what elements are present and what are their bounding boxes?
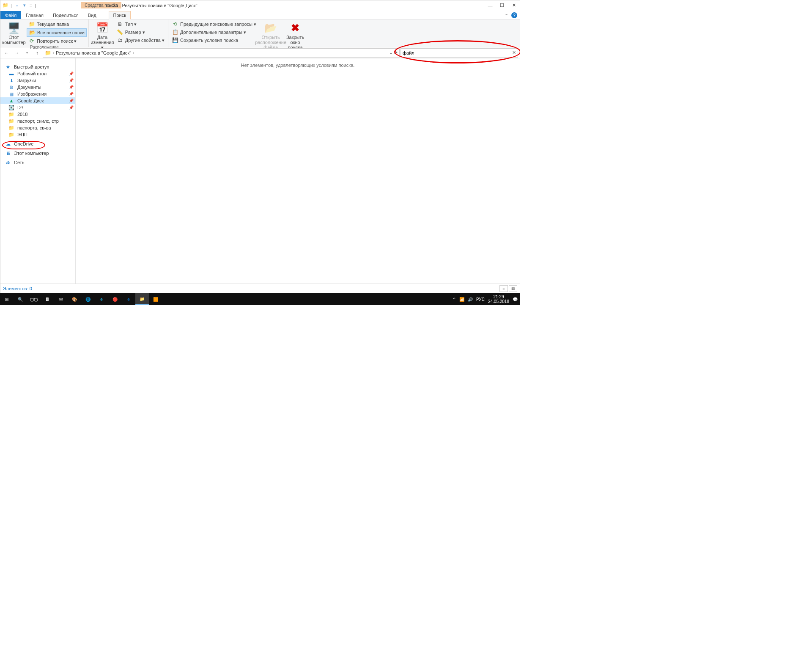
refresh-icon[interactable]: ⟳	[394, 50, 398, 55]
pin-icon: 📌	[69, 92, 74, 96]
language-indicator[interactable]: РУС	[476, 297, 485, 302]
star-icon: ★	[5, 64, 11, 70]
tab-home[interactable]: Главная	[21, 11, 48, 19]
pin-icon: 📌	[69, 72, 74, 76]
qat-newfolder-icon[interactable]: ▾	[21, 2, 28, 9]
qat-properties-icon[interactable]: ▫	[14, 2, 20, 9]
sidebar-ecp[interactable]: 📁 ЭЦП	[0, 131, 75, 138]
start-button[interactable]: ⊞	[0, 293, 14, 305]
sidebar-google-drive[interactable]: ▲ Google Диск📌	[0, 97, 75, 104]
explorer-window: 📁 | ▫ ▾ = | Средства поиска файл - Резул…	[0, 0, 520, 293]
paint-app[interactable]: 🎨	[68, 293, 81, 305]
show-hidden-icons[interactable]: ⌃	[453, 297, 456, 302]
sidebar-onedrive[interactable]: ☁ OneDrive	[0, 140, 75, 147]
maximize-button[interactable]: ☐	[496, 1, 508, 10]
content-area: Нет элементов, удовлетворяющих условиям …	[76, 58, 520, 284]
ruler-icon: 📏	[117, 29, 123, 36]
clock[interactable]: 21:29 24.05.2018	[488, 295, 509, 304]
sidebar-passport2[interactable]: 📁 паспорта, св-ва	[0, 124, 75, 131]
breadcrumb-item[interactable]: Результаты поиска в "Google Диск"	[56, 50, 131, 55]
empty-results-text: Нет элементов, удовлетворяющих условиям …	[241, 63, 355, 284]
current-folder-button[interactable]: 📁 Текущая папка	[27, 20, 87, 28]
sidebar-d-drive[interactable]: 💽 D:\📌	[0, 104, 75, 111]
app-unknown[interactable]: 🟧	[149, 293, 162, 305]
ribbon-group-location: 🖥️ Этот компьютер 📁 Текущая папка 📂 Все …	[0, 19, 89, 47]
type-button[interactable]: 🗎 Тип ▾	[115, 20, 166, 28]
sidebar-network[interactable]: 🖧 Сеть	[0, 159, 75, 166]
help-icon[interactable]: ?	[511, 12, 517, 18]
tab-search[interactable]: Поиск	[109, 11, 131, 19]
calendar-icon: 📅	[96, 21, 109, 35]
breadcrumb[interactable]: 📁 › Результаты поиска в "Google Диск" › …	[43, 48, 400, 58]
google-drive-icon: ▲	[8, 98, 15, 104]
document-icon: 🗎	[117, 21, 123, 28]
details-view-button[interactable]: ≡	[499, 285, 508, 292]
folder-search-icon: 📁	[45, 50, 51, 56]
nav-forward-button[interactable]: →	[12, 48, 22, 58]
desktop-icon: ▬	[8, 71, 15, 77]
search-taskbar-button[interactable]: 🔍	[14, 293, 27, 305]
folders-icon: 📂	[29, 29, 36, 36]
sidebar-quick-access[interactable]: ★ Быстрый доступ	[0, 63, 75, 70]
sidebar-this-pc[interactable]: 🖥 Этот компьютер	[0, 150, 75, 157]
sidebar-documents[interactable]: 🗎 Документы📌	[0, 84, 75, 91]
pin-icon: 📌	[69, 99, 74, 103]
clear-search-icon[interactable]: ✕	[512, 50, 516, 55]
explorer-taskbar[interactable]: 📁	[135, 293, 149, 305]
calculator-app[interactable]: 🖩	[41, 293, 54, 305]
close-button[interactable]: ✕	[508, 1, 520, 10]
search-again-button[interactable]: ⟳ Повторить поиск ▾	[27, 37, 87, 45]
tab-view[interactable]: Вид	[83, 11, 101, 19]
minimize-button[interactable]: —	[484, 1, 496, 10]
network-icon: 🖧	[5, 160, 11, 165]
qat-separator: =	[30, 3, 32, 8]
pin-icon: 📌	[69, 85, 74, 89]
nav-back-button[interactable]: ←	[2, 48, 11, 58]
wifi-icon[interactable]: 📶	[459, 297, 464, 302]
recent-searches-button[interactable]: ⟲ Предыдущие поисковые запросы ▾	[170, 20, 258, 28]
edge-app[interactable]: e	[122, 293, 135, 305]
app-icon: 📁	[2, 2, 9, 9]
taskbar: ⊞ 🔍 ▢▢ 🖩 ✉ 🎨 🌐 e 🔴 e 📁 🟧 ⌃ 📶 🔊 РУС 21:29…	[0, 293, 520, 305]
sound-icon[interactable]: 🔊	[468, 297, 473, 302]
sidebar-downloads[interactable]: ⬇ Загрузки📌	[0, 77, 75, 84]
other-properties-button[interactable]: 🗂 Другие свойства ▾	[115, 36, 166, 44]
search-input[interactable]	[403, 50, 512, 55]
action-center-icon[interactable]: 💬	[513, 297, 518, 302]
mail-app[interactable]: ✉	[54, 293, 68, 305]
chrome-app[interactable]: 🔴	[108, 293, 122, 305]
date-modified-button[interactable]: 📅 Дата изменения ▾	[91, 20, 114, 50]
this-pc-button[interactable]: 🖥️ Этот компьютер	[2, 20, 26, 45]
window-controls: — ☐ ✕	[484, 1, 520, 10]
size-button[interactable]: 📏 Размер ▾	[115, 28, 166, 36]
search-box[interactable]: ✕	[401, 48, 518, 58]
nav-up-button[interactable]: ↑	[33, 48, 42, 58]
ribbon-collapse-icon[interactable]: ⌃	[503, 12, 510, 19]
pin-icon: 📌	[69, 105, 74, 110]
browser-app-1[interactable]: 🌐	[81, 293, 95, 305]
tab-file[interactable]: Файл	[0, 11, 21, 19]
folder-icon: 📁	[8, 132, 15, 138]
sidebar-pictures[interactable]: ▦ Изображения📌	[0, 91, 75, 97]
monitor-icon: 🖥️	[7, 21, 21, 35]
ribbon-group-refine: 📅 Дата изменения ▾ 🗎 Тип ▾ 📏 Размер ▾ 🗂 …	[89, 19, 168, 47]
nav-history-dropdown[interactable]: ▾	[22, 48, 32, 58]
tab-share[interactable]: Поделиться	[48, 11, 83, 19]
refresh-icon: ⟳	[28, 38, 35, 44]
ribbon-tabs: Файл Главная Поделиться Вид Поиск ⌃ ?	[0, 10, 520, 19]
sidebar-2018[interactable]: 📁 2018	[0, 111, 75, 118]
pictures-icon: ▦	[8, 91, 15, 97]
breadcrumb-dropdown-icon[interactable]: ⌄	[389, 50, 393, 55]
task-view-button[interactable]: ▢▢	[27, 293, 41, 305]
ie-app[interactable]: e	[95, 293, 108, 305]
all-subfolders-button[interactable]: 📂 Все вложенные папки	[27, 28, 87, 37]
advanced-options-button[interactable]: 📋 Дополнительные параметры ▾	[170, 28, 258, 36]
save-search-button[interactable]: 💾 Сохранить условия поиска	[170, 36, 258, 44]
close-search-button[interactable]: ✖ Закрыть окно поиска	[283, 20, 307, 50]
drive-icon: 💽	[8, 105, 15, 110]
explorer-body: ★ Быстрый доступ ▬ Рабочий стол📌 ⬇ Загру…	[0, 58, 520, 284]
chevron-right-icon: ›	[133, 51, 134, 55]
icons-view-button[interactable]: ▦	[509, 285, 517, 292]
sidebar-passport1[interactable]: 📁 паспорт, снилс, стр	[0, 118, 75, 124]
sidebar-desktop[interactable]: ▬ Рабочий стол📌	[0, 70, 75, 77]
